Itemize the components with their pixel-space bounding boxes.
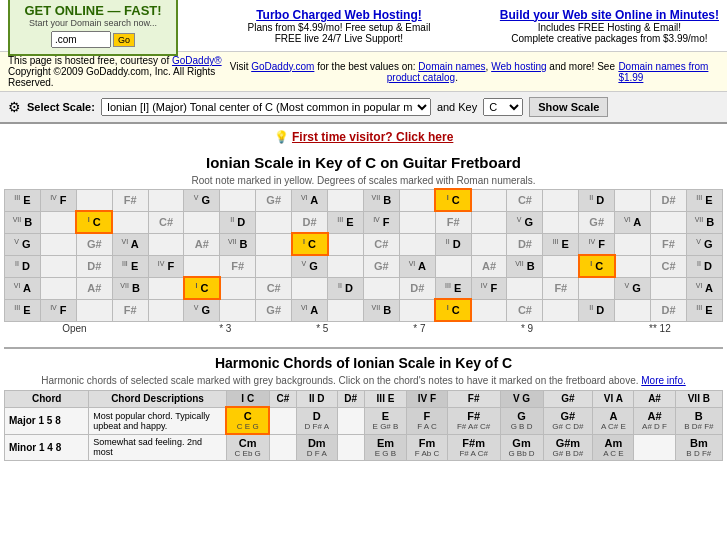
fret-cell[interactable]: F#: [112, 189, 148, 211]
fret-cell[interactable]: G#: [256, 299, 292, 321]
fret-cell[interactable]: [148, 277, 184, 299]
fret-cell[interactable]: [543, 255, 579, 277]
fret-cell[interactable]: [40, 211, 76, 233]
fret-cell[interactable]: II D: [686, 255, 722, 277]
chord-cell[interactable]: AmA C E: [593, 434, 634, 461]
fret-cell[interactable]: [76, 189, 112, 211]
fret-cell[interactable]: [471, 233, 507, 255]
fret-cell[interactable]: C#: [507, 189, 543, 211]
fret-cell[interactable]: I C: [435, 189, 471, 211]
fret-cell[interactable]: VI A: [686, 277, 722, 299]
fret-cell[interactable]: V G: [184, 189, 220, 211]
web-hosting-link[interactable]: Web hosting: [491, 61, 546, 72]
fret-cell[interactable]: IV F: [40, 189, 76, 211]
fret-cell[interactable]: [471, 299, 507, 321]
fret-cell[interactable]: [184, 255, 220, 277]
fret-cell[interactable]: D#: [76, 255, 112, 277]
fret-cell[interactable]: C#: [507, 299, 543, 321]
fret-cell[interactable]: F#: [112, 299, 148, 321]
fret-cell[interactable]: [184, 211, 220, 233]
fret-cell[interactable]: [220, 277, 256, 299]
chord-cell[interactable]: GG B D: [500, 407, 543, 434]
fret-cell[interactable]: II D: [328, 277, 364, 299]
fret-cell[interactable]: [507, 277, 543, 299]
fret-cell[interactable]: I C: [292, 233, 328, 255]
chord-cell[interactable]: FmF Ab C: [407, 434, 448, 461]
fret-cell[interactable]: G#: [76, 233, 112, 255]
fret-cell[interactable]: VII B: [112, 277, 148, 299]
fret-cell[interactable]: D#: [651, 189, 687, 211]
chord-cell[interactable]: DmD F A: [296, 434, 337, 461]
fret-cell[interactable]: VI A: [292, 299, 328, 321]
fret-cell[interactable]: III E: [5, 299, 41, 321]
fret-cell[interactable]: G#: [579, 211, 615, 233]
fret-cell[interactable]: [76, 299, 112, 321]
chord-cell[interactable]: CC E G: [226, 407, 269, 434]
more-info-link[interactable]: More info.: [641, 375, 685, 386]
fret-cell[interactable]: IV F: [363, 211, 399, 233]
fret-cell[interactable]: V G: [5, 233, 41, 255]
fret-cell[interactable]: II D: [579, 189, 615, 211]
fret-cell[interactable]: [40, 233, 76, 255]
fret-cell[interactable]: [40, 277, 76, 299]
fret-cell[interactable]: [471, 189, 507, 211]
fret-cell[interactable]: F#: [435, 211, 471, 233]
fret-cell[interactable]: [328, 189, 364, 211]
fret-cell[interactable]: [148, 299, 184, 321]
fret-cell[interactable]: IV F: [40, 299, 76, 321]
fret-cell[interactable]: [543, 299, 579, 321]
fret-cell[interactable]: D#: [651, 299, 687, 321]
fret-cell[interactable]: [148, 233, 184, 255]
domain-input[interactable]: [51, 31, 111, 48]
fret-cell[interactable]: D#: [399, 277, 435, 299]
fret-cell[interactable]: C#: [651, 255, 687, 277]
fret-cell[interactable]: [615, 189, 651, 211]
fret-cell[interactable]: [220, 189, 256, 211]
fret-cell[interactable]: [148, 189, 184, 211]
chord-cell[interactable]: BB D# F#: [675, 407, 722, 434]
chord-cell[interactable]: CmC Eb G: [226, 434, 269, 461]
chord-cell[interactable]: GmG Bb D: [500, 434, 543, 461]
chord-cell[interactable]: EmE G B: [364, 434, 406, 461]
fret-cell[interactable]: VI A: [399, 255, 435, 277]
fret-cell[interactable]: [471, 211, 507, 233]
fret-cell[interactable]: V G: [507, 211, 543, 233]
fret-cell[interactable]: VII B: [363, 299, 399, 321]
show-scale-button[interactable]: Show Scale: [529, 97, 608, 117]
fret-cell[interactable]: [435, 255, 471, 277]
chord-cell[interactable]: F#F# A# C#: [447, 407, 500, 434]
chord-cell[interactable]: G#mG# B D#: [543, 434, 593, 461]
fret-cell[interactable]: III E: [543, 233, 579, 255]
fret-cell[interactable]: G#: [256, 189, 292, 211]
fret-cell[interactable]: [543, 211, 579, 233]
fret-cell[interactable]: [651, 211, 687, 233]
fret-cell[interactable]: [292, 277, 328, 299]
fret-cell[interactable]: III E: [328, 211, 364, 233]
fret-cell[interactable]: [399, 299, 435, 321]
fret-cell[interactable]: [112, 211, 148, 233]
go-button[interactable]: Go: [113, 33, 135, 47]
fret-cell[interactable]: A#: [76, 277, 112, 299]
fret-cell[interactable]: F#: [651, 233, 687, 255]
fret-cell[interactable]: [399, 211, 435, 233]
fret-cell[interactable]: [328, 233, 364, 255]
fret-cell[interactable]: IV F: [579, 233, 615, 255]
fret-cell[interactable]: VII B: [507, 255, 543, 277]
fret-cell[interactable]: [220, 299, 256, 321]
godaddy-link[interactable]: GoDaddy®: [172, 55, 222, 66]
fret-cell[interactable]: [328, 255, 364, 277]
chord-cell[interactable]: G#G# C D#: [543, 407, 593, 434]
fret-cell[interactable]: II D: [5, 255, 41, 277]
key-select[interactable]: CC#DD#E FF#GG#AA#B: [483, 98, 523, 116]
fret-cell[interactable]: F#: [543, 277, 579, 299]
fret-cell[interactable]: [256, 233, 292, 255]
fret-cell[interactable]: C#: [148, 211, 184, 233]
domain-price-link[interactable]: Domain names from $1.99: [618, 61, 708, 83]
fret-cell[interactable]: [399, 189, 435, 211]
visitor-link[interactable]: First time visitor? Click here: [292, 130, 453, 144]
fret-cell[interactable]: VII B: [5, 211, 41, 233]
ad-left[interactable]: GET ONLINE — FAST! Start your Domain sea…: [8, 0, 178, 56]
fret-cell[interactable]: [615, 299, 651, 321]
fret-cell[interactable]: VII B: [220, 233, 256, 255]
fret-cell[interactable]: IV F: [148, 255, 184, 277]
